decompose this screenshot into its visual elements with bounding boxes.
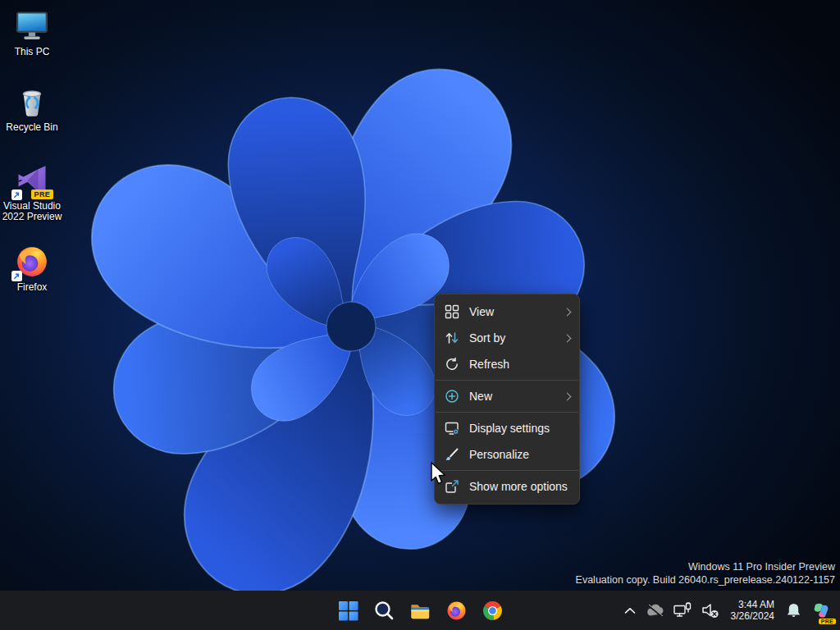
menu-item-sort-by[interactable]: Sort by (435, 325, 579, 351)
desktop-icon-label: This PC (15, 47, 50, 57)
desktop-icon-this-pc[interactable]: This PC (1, 8, 63, 57)
notification-center-button[interactable] (782, 595, 806, 626)
watermark-line2: Evaluation copy. Build 26040.rs_prerelea… (576, 574, 835, 587)
desktop-icon-label: Visual Studio 2022 Preview (1, 201, 63, 222)
bell-icon (786, 602, 801, 619)
chevron-up-icon (624, 607, 636, 614)
mouse-cursor (430, 462, 448, 488)
menu-item-label: New (469, 390, 492, 403)
firefox-button[interactable] (440, 594, 472, 627)
search-icon (373, 600, 395, 621)
menu-item-label: Sort by (469, 331, 505, 345)
menu-separator (436, 470, 578, 471)
ethernet-icon (673, 602, 692, 619)
submenu-chevron-icon (564, 308, 572, 316)
system-tray: 3:44 AM 3/26/2024 PRE (620, 591, 835, 630)
submenu-chevron-icon (564, 392, 572, 400)
copilot-button[interactable]: PRE (807, 595, 835, 626)
menu-item-label: Show more options (469, 480, 568, 493)
desktop-icon-label: Firefox (17, 282, 48, 293)
desktop[interactable]: This PC Recycle Bin (0, 0, 840, 630)
clock-time: 3:44 AM (731, 599, 774, 611)
menu-item-label: View (469, 305, 494, 318)
desktop-context-menu: View Sort by Refresh New (434, 294, 580, 504)
desktop-icon-recycle-bin[interactable]: Recycle Bin (1, 84, 63, 133)
watermark-line1: Windows 11 Pro Insider Preview (576, 561, 835, 574)
display-settings-icon (445, 421, 459, 436)
desktop-icon-label: Recycle Bin (6, 122, 57, 133)
sort-by-icon (445, 331, 459, 345)
menu-item-new[interactable]: New (435, 383, 579, 409)
menu-item-label: Refresh (469, 358, 509, 371)
refresh-icon (445, 357, 459, 372)
clock-date: 3/26/2024 (731, 610, 774, 623)
firefox-icon (445, 600, 468, 622)
view-grid-icon (445, 304, 459, 319)
recycle-bin-icon (14, 84, 50, 120)
onedrive-status-button[interactable] (641, 595, 668, 626)
bloom-wallpaper (0, 0, 840, 630)
menu-item-label: Display settings (469, 422, 550, 435)
submenu-chevron-icon (564, 334, 572, 342)
menu-item-personalize[interactable]: Personalize (435, 441, 579, 468)
hidden-icons-button[interactable] (620, 595, 640, 626)
evaluation-watermark: Windows 11 Pro Insider Preview Evaluatio… (576, 561, 835, 587)
desktop-icon-firefox[interactable]: Firefox (1, 244, 63, 293)
menu-item-view[interactable]: View (435, 299, 579, 325)
desktop-icon-visual-studio[interactable]: PRE Visual Studio 2022 Preview (1, 162, 63, 222)
new-item-icon (445, 389, 459, 404)
menu-item-label: Personalize (469, 448, 529, 461)
menu-separator (436, 380, 578, 381)
volume-muted-icon (701, 602, 719, 619)
chrome-icon (482, 600, 504, 622)
this-pc-icon (14, 8, 50, 44)
volume-button[interactable] (697, 595, 724, 626)
personalize-icon (445, 447, 459, 462)
network-button[interactable] (669, 595, 696, 626)
start-button[interactable] (331, 594, 364, 627)
shortcut-arrow-icon (11, 271, 22, 281)
windows-start-icon (338, 600, 358, 621)
menu-item-refresh[interactable]: Refresh (435, 351, 579, 377)
menu-separator (436, 412, 578, 413)
shortcut-arrow-icon (11, 189, 22, 200)
taskbar: 3:44 AM 3/26/2024 PRE (0, 591, 840, 630)
menu-item-show-more-options[interactable]: Show more options (435, 473, 579, 500)
file-explorer-icon (409, 600, 431, 622)
chrome-button[interactable] (476, 594, 509, 627)
taskbar-center (331, 591, 509, 630)
copilot-preview-icon (811, 600, 831, 620)
file-explorer-button[interactable] (404, 594, 436, 627)
onedrive-offline-icon (646, 604, 664, 617)
search-button[interactable] (368, 594, 400, 627)
menu-item-display-settings[interactable]: Display settings (435, 415, 579, 441)
copilot-pre-badge: PRE (819, 619, 836, 624)
pre-badge: PRE (31, 189, 53, 199)
taskbar-clock[interactable]: 3:44 AM 3/26/2024 (725, 599, 780, 623)
